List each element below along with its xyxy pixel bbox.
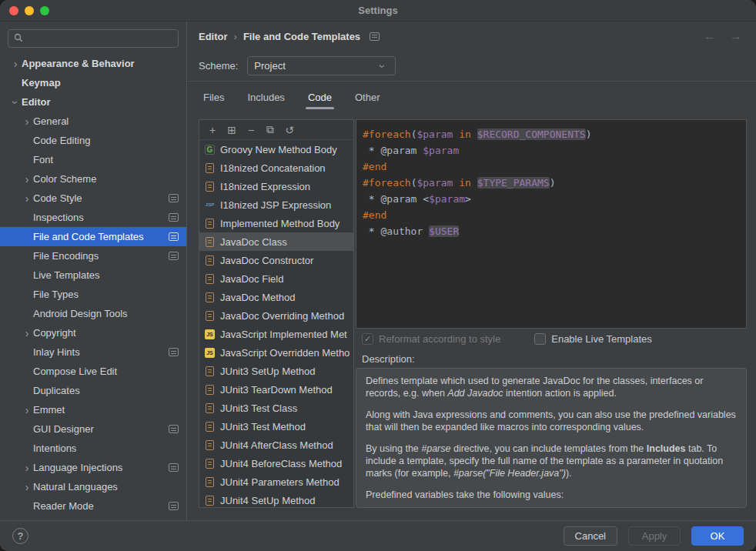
tree-item-keymap[interactable]: Keymap [0, 73, 186, 92]
search-icon [14, 33, 23, 45]
template-file-icon [206, 163, 214, 173]
close-button[interactable] [9, 6, 18, 15]
scheme-select[interactable]: Project › [247, 56, 396, 75]
template-item-i18nized-jsp-expression[interactable]: JSPI18nized JSP Expression [199, 195, 353, 214]
back-arrow-icon[interactable]: ← [704, 29, 716, 43]
tree-item-file-types[interactable]: File Types [0, 285, 186, 304]
tree-item-file-and-code-templates[interactable]: File and Code Templates [0, 227, 186, 246]
template-file-icon [206, 496, 214, 506]
chevron-right-icon[interactable]: › [21, 327, 33, 339]
template-item-implemented-method-body[interactable]: Implemented Method Body [199, 214, 353, 232]
tree-item-language-injections[interactable]: ›Language Injections [0, 458, 186, 477]
template-item-junit4-beforeclass-method[interactable]: JUnit4 BeforeClass Method [199, 454, 353, 473]
reset-to-default-icon[interactable]: ↺ [283, 124, 296, 136]
tree-item-code-editing[interactable]: Code Editing [0, 131, 186, 150]
template-item-junit4-setup-method[interactable]: JUnit4 SetUp Method [199, 491, 353, 507]
tree-item-live-templates[interactable]: Live Templates [0, 265, 186, 285]
tree-item-inspections[interactable]: Inspections [0, 208, 186, 227]
template-item-junit4-afterclass-method[interactable]: JUnit4 AfterClass Method [199, 436, 353, 454]
cancel-button[interactable]: Cancel [564, 526, 617, 546]
tree-item-editor[interactable]: ›Editor [0, 92, 186, 112]
tab-code[interactable]: Code [306, 85, 334, 112]
tree-item-intentions[interactable]: Intentions [0, 439, 186, 458]
tab-includes[interactable]: Includes [245, 85, 286, 112]
template-item-javascript-overridden-metho[interactable]: JSJavaScript Overridden Metho [199, 343, 353, 362]
tree-item-natural-languages[interactable]: ›Natural Languages [0, 477, 186, 496]
chevron-down-icon[interactable]: › [9, 96, 22, 109]
tree-item-code-style[interactable]: ›Code Style [0, 189, 186, 208]
tree-item-inlay-hints[interactable]: Inlay Hints [0, 342, 186, 362]
tree-item-appearance-behavior[interactable]: ›Appearance & Behavior [0, 54, 186, 73]
tree-item-gui-designer[interactable]: GUI Designer [0, 419, 186, 439]
code-token: * @param < [363, 193, 429, 205]
chevron-right-icon[interactable]: › [21, 462, 33, 474]
template-item-javascript-implemented-met[interactable]: JSJavaScript Implemented Met [199, 325, 353, 343]
help-button[interactable]: ? [12, 528, 28, 544]
chevron-right-icon[interactable]: › [21, 115, 33, 128]
template-item-label: JUnit3 TearDown Method [220, 384, 333, 396]
template-item-i18nized-expression[interactable]: I18nized Expression [199, 177, 353, 195]
template-item-javadoc-overriding-method[interactable]: JavaDoc Overriding Method [199, 306, 353, 325]
code-token: #end [363, 209, 386, 221]
description-paragraph: Predefined variables take the following … [366, 489, 737, 501]
tree-item-emmet[interactable]: ›Emmet [0, 400, 186, 419]
template-item-junit3-setup-method[interactable]: JUnit3 SetUp Method [199, 362, 353, 380]
settings-tree: ›Appearance & BehaviorKeymap›Editor›Gene… [0, 54, 186, 516]
template-item-javadoc-field[interactable]: JavaDoc Field [199, 269, 353, 288]
template-file-icon [206, 403, 214, 413]
template-editor[interactable]: #foreach($param in $RECORD_COMPONENTS) *… [356, 119, 747, 329]
tree-item-label: Language Injections [33, 462, 122, 473]
tree-item-color-scheme[interactable]: ›Color Scheme [0, 169, 186, 189]
template-item-javadoc-method[interactable]: JavaDoc Method [199, 288, 353, 306]
zoom-button[interactable] [40, 6, 49, 15]
template-file-icon [206, 274, 214, 284]
enable-live-templates-checkbox-box[interactable] [534, 333, 546, 345]
ok-button[interactable]: OK [691, 526, 744, 546]
search-input[interactable] [8, 29, 179, 48]
template-item-groovy-new-method-body[interactable]: GGroovy New Method Body [199, 140, 353, 159]
tree-item-duplicates[interactable]: Duplicates [0, 381, 186, 400]
chevron-right-icon[interactable]: › [9, 58, 22, 70]
screen-badge-icon [169, 232, 179, 241]
remove-icon[interactable]: − [245, 124, 257, 136]
tree-item-font[interactable]: Font [0, 150, 186, 169]
create-from-file-icon[interactable]: ⊞ [226, 124, 238, 136]
tree-item-reader-mode[interactable]: Reader Mode [0, 496, 186, 516]
breadcrumb-editor[interactable]: Editor [199, 31, 228, 42]
tree-item-file-encodings[interactable]: File Encodings [0, 246, 186, 265]
chevron-right-icon[interactable]: › [21, 173, 33, 185]
tab-files[interactable]: Files [201, 85, 226, 112]
chevron-right-icon[interactable]: › [21, 481, 33, 493]
tree-item-general[interactable]: ›General [0, 112, 186, 131]
template-item-javadoc-class[interactable]: JavaDoc Class [199, 232, 353, 251]
minimize-button[interactable] [25, 6, 34, 15]
template-item-junit3-test-method[interactable]: JUnit3 Test Method [199, 417, 353, 436]
tree-item-label: Emmet [33, 404, 65, 416]
chevron-right-icon[interactable]: › [21, 192, 33, 205]
template-item-junit3-teardown-method[interactable]: JUnit3 TearDown Method [199, 380, 353, 399]
code-token: ) [550, 177, 556, 189]
code-token: $RECORD_COMPONENTS [477, 129, 586, 140]
template-item-junit3-test-class[interactable]: JUnit3 Test Class [199, 399, 353, 417]
template-item-i18nized-concatenation[interactable]: I18nized Concatenation [199, 159, 353, 177]
code-token: $param [416, 129, 453, 140]
tree-item-compose-live-edit[interactable]: Compose Live Edit [0, 362, 186, 381]
js-file-icon: JS [205, 329, 215, 339]
reformat-checkbox-box [362, 333, 373, 345]
code-line: #foreach($param in $TYPE_PARAMS) [363, 175, 740, 191]
tab-other[interactable]: Other [353, 85, 383, 112]
tree-item-android-design-tools[interactable]: Android Design Tools [0, 304, 186, 323]
add-icon[interactable]: + [206, 124, 219, 136]
content-pane: Editor › File and Code Templates ← → Sch… [188, 22, 756, 520]
template-item-javadoc-constructor[interactable]: JavaDoc Constructor [199, 251, 353, 269]
chevron-right-icon[interactable]: › [21, 404, 33, 416]
forward-arrow-icon[interactable]: → [730, 29, 742, 43]
template-item-junit4-parameters-method[interactable]: JUnit4 Parameters Method [199, 473, 353, 491]
template-file-icon [206, 311, 214, 321]
tree-item-copyright[interactable]: ›Copyright [0, 323, 186, 342]
screen-badge-icon [169, 502, 179, 510]
code-token: $USER [429, 225, 459, 237]
breadcrumb-file-and-code-templates: File and Code Templates [243, 31, 360, 42]
copy-icon[interactable]: ⧉ [264, 123, 276, 136]
enable-live-templates-checkbox[interactable]: Enable Live Templates [534, 333, 652, 345]
